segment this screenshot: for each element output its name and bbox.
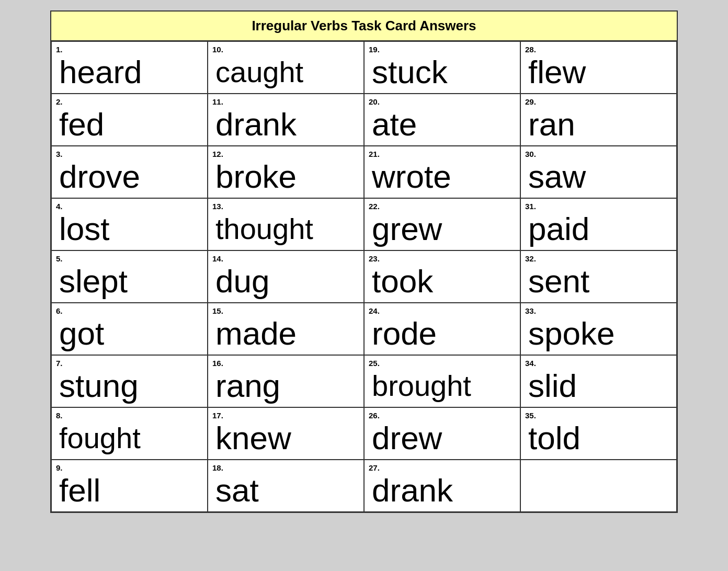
table-cell: 9.fell xyxy=(51,460,208,512)
table-cell: 20.ate xyxy=(364,94,520,146)
cell-word: told xyxy=(526,413,671,454)
cell-number: 30. xyxy=(525,150,536,158)
cell-word: lost xyxy=(57,203,202,245)
cell-number: 15. xyxy=(212,306,223,315)
cell-word: drank xyxy=(213,99,358,141)
cell-word: drank xyxy=(370,465,515,507)
cell-number: 9. xyxy=(56,463,63,472)
cell-number: 22. xyxy=(369,202,380,211)
cell-word: drew xyxy=(370,413,515,454)
cell-number: 24. xyxy=(369,306,380,315)
cell-number: 1. xyxy=(56,45,63,54)
cell-number: 20. xyxy=(369,97,380,106)
cell-number: 19. xyxy=(369,45,380,54)
table-cell: 13.thought xyxy=(208,198,364,250)
cell-word: ate xyxy=(370,99,515,141)
cell-number: 25. xyxy=(369,359,380,368)
cell-number: 29. xyxy=(525,97,536,106)
table-cell: 24.rode xyxy=(364,303,520,355)
table-cell: 35.told xyxy=(520,407,677,460)
cell-word: fell xyxy=(57,465,202,507)
cell-number: 12. xyxy=(212,150,223,158)
table-cell: 34.slid xyxy=(520,355,677,407)
table-cell: 21.wrote xyxy=(364,146,520,198)
cell-number: 7. xyxy=(56,359,63,368)
table-cell: 11.drank xyxy=(208,94,364,146)
cell-number: 18. xyxy=(212,463,223,472)
cell-word: caught xyxy=(213,48,358,87)
cell-number: 33. xyxy=(525,306,536,315)
table-cell: 10.caught xyxy=(208,41,364,94)
table-cell: 2.fed xyxy=(51,94,208,146)
cell-word: slept xyxy=(57,256,202,298)
cell-word: ran xyxy=(526,99,671,141)
table-cell: 3.drove xyxy=(51,146,208,198)
answers-grid: 1.heard10.caught19.stuck28.flew2.fed11.d… xyxy=(51,41,677,512)
table-cell: 15.made xyxy=(208,303,364,355)
cell-word: brought xyxy=(370,362,515,401)
table-cell xyxy=(520,460,677,512)
cell-word: flew xyxy=(526,47,671,88)
table-cell: 8.fought xyxy=(51,407,208,460)
main-container: Irregular Verbs Task Card Answers 1.hear… xyxy=(50,10,678,513)
cell-word: slid xyxy=(526,360,671,402)
cell-number: 11. xyxy=(212,97,223,106)
cell-number: 34. xyxy=(525,359,536,368)
table-cell: 6.got xyxy=(51,303,208,355)
cell-word: wrote xyxy=(370,151,515,193)
cell-word: heard xyxy=(57,47,202,88)
cell-number: 5. xyxy=(56,254,63,263)
cell-number: 26. xyxy=(369,411,380,420)
table-cell: 26.drew xyxy=(364,407,520,460)
cell-word: dug xyxy=(213,256,358,298)
table-cell: 30.saw xyxy=(520,146,677,198)
cell-word: rang xyxy=(213,360,358,402)
cell-number: 6. xyxy=(56,306,63,315)
cell-number: 21. xyxy=(369,150,380,158)
cell-word: spoke xyxy=(526,308,671,350)
table-cell: 14.dug xyxy=(208,250,364,303)
table-cell: 12.broke xyxy=(208,146,364,198)
table-cell: 32.sent xyxy=(520,250,677,303)
cell-number: 13. xyxy=(212,202,223,211)
table-cell: 7.stung xyxy=(51,355,208,407)
cell-number: 8. xyxy=(56,411,63,420)
cell-word: sent xyxy=(526,256,671,298)
cell-word: stung xyxy=(57,360,202,402)
table-cell: 27.drank xyxy=(364,460,520,512)
cell-number: 16. xyxy=(212,359,223,368)
cell-word: drove xyxy=(57,151,202,193)
cell-word: grew xyxy=(370,203,515,245)
table-cell: 18.sat xyxy=(208,460,364,512)
table-cell: 23.took xyxy=(364,250,520,303)
page-title: Irregular Verbs Task Card Answers xyxy=(51,12,677,41)
table-cell: 17.knew xyxy=(208,407,364,460)
cell-word: broke xyxy=(213,151,358,193)
cell-number: 32. xyxy=(525,254,536,263)
table-cell: 1.heard xyxy=(51,41,208,94)
cell-number: 28. xyxy=(525,45,536,54)
table-cell: 33.spoke xyxy=(520,303,677,355)
cell-number: 10. xyxy=(212,45,223,54)
cell-number: 27. xyxy=(369,463,380,472)
cell-word: fed xyxy=(57,99,202,141)
cell-number: 23. xyxy=(369,254,380,263)
cell-word: rode xyxy=(370,308,515,350)
cell-word: paid xyxy=(526,203,671,245)
table-cell: 25.brought xyxy=(364,355,520,407)
table-cell: 28.flew xyxy=(520,41,677,94)
table-cell: 31.paid xyxy=(520,198,677,250)
cell-word: knew xyxy=(213,413,358,454)
cell-number: 2. xyxy=(56,97,63,106)
table-cell: 4.lost xyxy=(51,198,208,250)
cell-word: stuck xyxy=(370,47,515,88)
cell-word: sat xyxy=(213,465,358,507)
cell-word: made xyxy=(213,308,358,350)
table-cell: 19.stuck xyxy=(364,41,520,94)
cell-number: 35. xyxy=(525,411,536,420)
table-cell: 5.slept xyxy=(51,250,208,303)
cell-word: took xyxy=(370,256,515,298)
table-cell: 29.ran xyxy=(520,94,677,146)
cell-word: got xyxy=(57,308,202,350)
cell-number: 17. xyxy=(212,411,223,420)
